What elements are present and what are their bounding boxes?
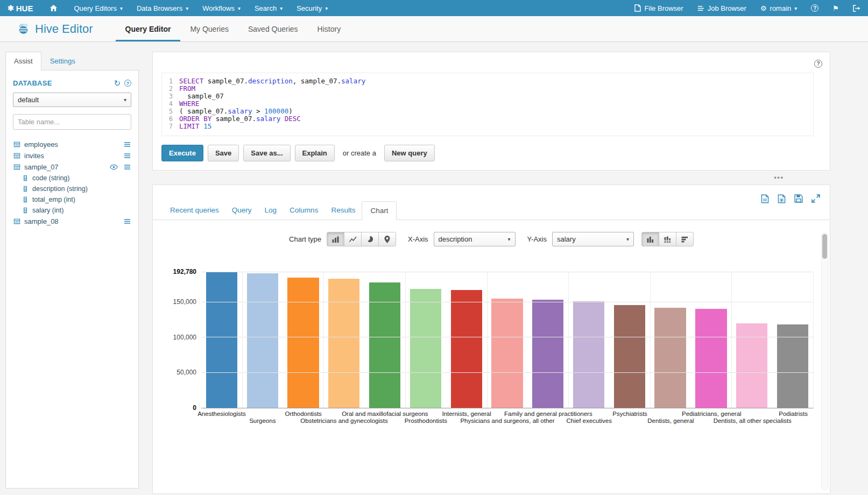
feedback-button[interactable]: ⚑ xyxy=(825,0,846,16)
bar-physicians-and-surgeons-all-other[interactable] xyxy=(491,299,523,408)
results-tab-results[interactable]: Results xyxy=(324,201,362,220)
chart-row: 050,000100,000150,000192,780 xyxy=(168,272,814,408)
bar-slot xyxy=(772,272,813,408)
resize-handle[interactable]: ••• xyxy=(152,171,830,185)
user-menu[interactable]: ⚙ romain ▾ xyxy=(753,0,804,16)
download-csv-icon[interactable] xyxy=(761,194,769,203)
fullscreen-icon[interactable] xyxy=(811,194,820,203)
column-item-salary[interactable]: salary (int) xyxy=(13,205,131,216)
chart-type-map-button[interactable] xyxy=(378,232,396,246)
code-line-5: 5( sample_07.salary > 100000) xyxy=(162,108,813,115)
save-button[interactable]: Save xyxy=(208,145,239,161)
results-tab-recent-queries[interactable]: Recent queries xyxy=(164,201,225,220)
sidebar-tab-assist[interactable]: Assist xyxy=(5,52,41,70)
chevron-down-icon: ▾ xyxy=(626,236,629,242)
code-token: > xyxy=(252,107,264,115)
column-item-description[interactable]: description (string) xyxy=(13,183,131,194)
topnav-menu-security[interactable]: Security▾ xyxy=(290,0,335,16)
sidebar-tab-settings[interactable]: Settings xyxy=(41,52,84,70)
assist-help-icon[interactable]: ? xyxy=(124,80,131,87)
save-as-button[interactable]: Save as... xyxy=(243,145,290,161)
table-menu-icon[interactable] xyxy=(124,218,131,224)
refresh-icon[interactable]: ↻ xyxy=(114,79,121,87)
table-menu-icon[interactable] xyxy=(124,164,131,170)
results-toolbar xyxy=(761,194,820,203)
topnav-menu-workflows[interactable]: Workflows▾ xyxy=(195,0,248,16)
bar-prosthodontists[interactable] xyxy=(410,289,441,408)
bar-family-and-general-practitioners[interactable] xyxy=(532,300,563,408)
table-item-sample-08[interactable]: sample_08 xyxy=(13,216,131,227)
results-tab-query[interactable]: Query xyxy=(225,201,258,220)
app-title[interactable]: Hive Editor xyxy=(35,22,93,36)
new-query-button[interactable]: New query xyxy=(384,145,435,161)
bar-orthodontists[interactable] xyxy=(287,278,319,408)
gridline-v xyxy=(405,272,406,408)
table-item-sample-07[interactable]: sample_07 xyxy=(13,161,131,173)
logout-button[interactable] xyxy=(846,0,868,16)
table-menu-icon[interactable] xyxy=(124,153,131,159)
file-browser-button[interactable]: File Browser xyxy=(627,0,690,16)
scrollbar-thumb[interactable] xyxy=(822,234,827,259)
bar-layout-group xyxy=(641,232,694,246)
preview-eye-icon[interactable] xyxy=(110,164,118,170)
chevron-down-icon: ▾ xyxy=(124,97,126,103)
table-item-employees[interactable]: employees xyxy=(13,139,131,150)
chart-type-pie-button[interactable] xyxy=(361,232,379,246)
bar-oral-and-maxillofacial-surgeons[interactable] xyxy=(369,282,400,408)
bar-dentists-general[interactable] xyxy=(654,308,686,408)
results-tab-chart[interactable]: Chart xyxy=(362,201,397,220)
hue-logo[interactable]: ✱ HUE xyxy=(0,0,40,16)
chart-type-line-button[interactable] xyxy=(344,232,362,246)
topnav-menu-data-browsers[interactable]: Data Browsers▾ xyxy=(130,0,195,16)
bar-dentists-all-other-specialists[interactable] xyxy=(736,323,767,408)
tab-saved-queries[interactable]: Saved Queries xyxy=(238,16,308,41)
flag-icon: ⚑ xyxy=(832,4,839,12)
table-item-invites[interactable]: invites xyxy=(13,150,131,161)
bar-pediatricians-general[interactable] xyxy=(695,309,726,408)
code-text: LIMIT 15 xyxy=(179,123,211,130)
horizontal-bars-button[interactable] xyxy=(676,232,694,246)
code-token: salary xyxy=(341,77,365,85)
bar-slot xyxy=(691,272,732,408)
tab-query-editor[interactable]: Query Editor xyxy=(116,16,181,41)
bar-psychiatrists[interactable] xyxy=(614,305,645,408)
tab-history[interactable]: History xyxy=(308,16,351,41)
execute-button[interactable]: Execute xyxy=(161,145,203,161)
save-results-icon[interactable] xyxy=(794,194,803,203)
results-tab-columns[interactable]: Columns xyxy=(283,201,324,220)
y-axis-select[interactable]: salary ▾ xyxy=(552,232,634,246)
job-browser-button[interactable]: Job Browser xyxy=(690,0,753,16)
chart-type-bars-button[interactable] xyxy=(327,232,344,246)
table-filter-input[interactable] xyxy=(13,114,131,130)
bar-obstetricians-and-gynecologists[interactable] xyxy=(328,279,359,408)
home-button[interactable] xyxy=(40,0,67,16)
bar-internists-general[interactable] xyxy=(451,290,482,408)
topnav-menu-search[interactable]: Search▾ xyxy=(248,0,290,16)
topnav-menu-query-editors[interactable]: Query Editors▾ xyxy=(67,0,130,16)
editor-help-icon[interactable]: ? xyxy=(814,60,822,68)
download-xls-icon[interactable] xyxy=(778,194,786,203)
x-axis-select[interactable]: description ▾ xyxy=(434,232,516,246)
code-line-1: 1SELECT sample_07.description, sample_07… xyxy=(162,77,813,85)
bar-anesthesiologists[interactable] xyxy=(206,272,237,408)
table-menu-icon[interactable] xyxy=(124,142,131,147)
column-item-code[interactable]: code (string) xyxy=(13,173,131,183)
results-tab-log[interactable]: Log xyxy=(258,201,284,220)
code-editor[interactable]: 1SELECT sample_07.description, sample_07… xyxy=(161,73,814,136)
explain-button[interactable]: Explain xyxy=(295,145,335,161)
gridline-h xyxy=(201,272,813,272)
database-select[interactable]: default ▾ xyxy=(13,93,131,107)
bar-chief-executives[interactable] xyxy=(573,301,604,408)
code-token: ( sample_07. xyxy=(179,107,228,115)
column-item-total-emp[interactable]: total_emp (int) xyxy=(13,194,131,205)
bar-slot xyxy=(609,272,650,408)
results-scrollbar[interactable] xyxy=(821,232,828,490)
stacked-bars-button[interactable] xyxy=(659,232,676,246)
app-header: Hive Editor Query EditorMy QueriesSaved … xyxy=(0,16,868,42)
bar-surgeons[interactable] xyxy=(247,273,278,408)
help-button[interactable]: ? xyxy=(804,0,825,16)
tab-my-queries[interactable]: My Queries xyxy=(180,16,238,41)
menu-label: Security xyxy=(297,4,322,12)
grouped-bars-button[interactable] xyxy=(641,232,659,246)
bar-slot xyxy=(323,272,364,408)
